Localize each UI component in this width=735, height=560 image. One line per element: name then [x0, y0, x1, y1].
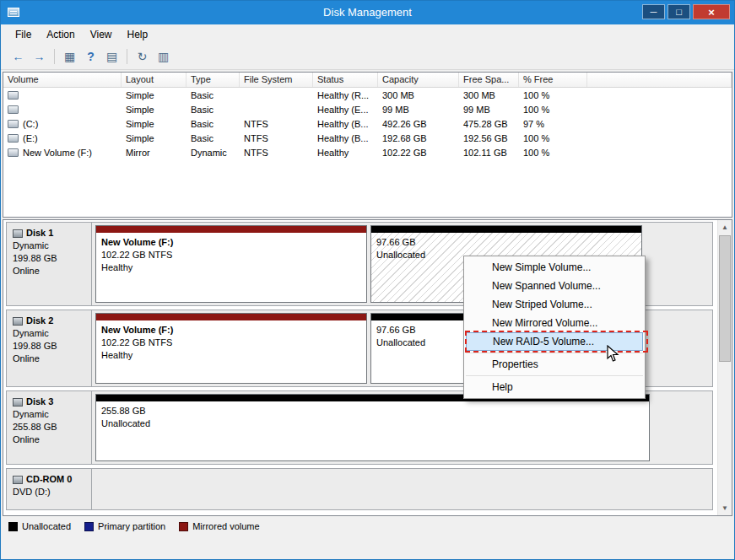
- volume-icon: [8, 105, 19, 114]
- disk-2-label[interactable]: Disk 2 Dynamic 199.88 GB Online: [7, 310, 92, 386]
- disk-name: Disk 3: [26, 396, 53, 408]
- table-row[interactable]: (E:) Simple Basic NTFS Healthy (B... 192…: [3, 131, 732, 145]
- menu-help[interactable]: Help: [120, 26, 156, 43]
- primary-partition-swatch: [84, 522, 94, 531]
- help-icon[interactable]: ?: [80, 46, 101, 67]
- menu-item-new-mirrored-volume[interactable]: New Mirrored Volume...: [464, 314, 645, 332]
- menu-action[interactable]: Action: [39, 26, 82, 43]
- disk-size: 199.88 GB: [13, 340, 89, 353]
- disk-3-label[interactable]: Disk 3 Dynamic 255.88 GB Online: [7, 391, 92, 464]
- minimize-button[interactable]: ─: [642, 4, 665, 19]
- table-row[interactable]: (C:) Simple Basic NTFS Healthy (B... 492…: [3, 116, 732, 131]
- menu-item-new-spanned-volume[interactable]: New Spanned Volume...: [464, 277, 645, 295]
- menu-view[interactable]: View: [83, 26, 120, 43]
- menu-separator: [466, 353, 643, 353]
- close-button[interactable]: ×: [693, 4, 730, 19]
- toolbar-separator: [54, 49, 55, 64]
- volume-icon: [8, 148, 19, 157]
- window-controls: ─ □ ×: [642, 4, 730, 19]
- menu-bar: File Action View Help: [1, 24, 734, 44]
- disk-type: Dynamic: [13, 240, 89, 252]
- column-pct-free[interactable]: % Free: [519, 73, 587, 87]
- region-new-volume-f[interactable]: New Volume (F:) 102.22 GB NTFS Healthy: [95, 225, 367, 303]
- disk-status: Online: [13, 265, 89, 277]
- rescan-disks-icon[interactable]: ▥: [153, 46, 174, 67]
- region-unallocated[interactable]: 255.88 GB Unallocated: [95, 394, 650, 461]
- refresh-icon[interactable]: ↻: [132, 46, 153, 67]
- column-status[interactable]: Status: [313, 73, 378, 87]
- disk-name: Disk 1: [26, 227, 53, 240]
- column-file-system[interactable]: File System: [240, 73, 313, 87]
- volume-icon: [8, 91, 19, 100]
- scroll-up-icon[interactable]: ▲: [718, 220, 732, 234]
- menu-item-properties[interactable]: Properties: [464, 355, 645, 374]
- legend-bar: Unallocated Primary partition Mirrored v…: [3, 518, 732, 535]
- maximize-button[interactable]: □: [667, 4, 690, 19]
- mirrored-volume-bar: [96, 226, 366, 233]
- disk-size: 255.88 GB: [13, 421, 89, 433]
- column-capacity[interactable]: Capacity: [378, 73, 459, 87]
- menu-file[interactable]: File: [8, 26, 39, 43]
- disk-status: Online: [13, 353, 89, 365]
- scrollbar-thumb[interactable]: [719, 235, 731, 362]
- cdrom-icon: [13, 476, 23, 484]
- vertical-scrollbar[interactable]: ▲ ▼: [717, 220, 732, 515]
- disk-icon: [13, 398, 23, 407]
- disk-icon: [13, 229, 23, 238]
- volume-table-header: Volume Layout Type File System Status Ca…: [3, 73, 732, 88]
- disk-1-label[interactable]: Disk 1 Dynamic 199.88 GB Online: [7, 223, 92, 305]
- toolbar-separator: [127, 49, 127, 64]
- console-tree-icon[interactable]: ▦: [59, 46, 80, 67]
- menu-item-help[interactable]: Help: [464, 378, 645, 396]
- title-bar: Disk Management ─ □ ×: [1, 1, 734, 24]
- menu-separator: [466, 375, 643, 376]
- mirrored-volume-swatch: [179, 522, 188, 531]
- table-row[interactable]: Simple Basic Healthy (E... 99 MB 99 MB 1…: [3, 102, 732, 116]
- disk-row-cdrom: CD-ROM 0 DVD (D:): [6, 468, 713, 510]
- toolbar: ← → ▦ ? ▤ ↻ ▥: [1, 44, 734, 70]
- volume-list-pane: Volume Layout Type File System Status Ca…: [3, 72, 732, 218]
- column-blank: [587, 73, 732, 87]
- table-row[interactable]: New Volume (F:) Mirror Dynamic NTFS Heal…: [3, 145, 732, 159]
- legend-primary-partition: Primary partition: [84, 521, 165, 531]
- disk-type: Dynamic: [13, 327, 89, 340]
- context-menu: New Simple Volume... New Spanned Volume.…: [463, 256, 646, 399]
- disk-name: CD-ROM 0: [26, 473, 72, 486]
- window-title: Disk Management: [1, 1, 734, 24]
- column-free-space[interactable]: Free Spa...: [459, 73, 519, 87]
- column-layout[interactable]: Layout: [122, 73, 186, 87]
- disk-type: DVD (D:): [13, 486, 89, 498]
- legend-unallocated: Unallocated: [8, 521, 71, 531]
- disk-size: 199.88 GB: [13, 252, 89, 265]
- menu-item-new-simple-volume[interactable]: New Simple Volume...: [464, 258, 645, 277]
- menu-item-new-striped-volume[interactable]: New Striped Volume...: [464, 295, 645, 314]
- disk-icon: [13, 317, 23, 326]
- cdrom-area: [92, 469, 712, 509]
- volume-icon: [8, 120, 19, 128]
- disk-row-3: Disk 3 Dynamic 255.88 GB Online 255.88 G…: [6, 390, 713, 465]
- disk-3-area: 255.88 GB Unallocated: [92, 391, 712, 464]
- unallocated-bar: [371, 226, 641, 233]
- cdrom-label[interactable]: CD-ROM 0 DVD (D:): [7, 469, 92, 509]
- column-type[interactable]: Type: [186, 73, 240, 87]
- unallocated-swatch: [8, 522, 18, 531]
- disk-type: Dynamic: [13, 408, 89, 421]
- scroll-down-icon[interactable]: ▼: [718, 501, 732, 515]
- mirrored-volume-bar: [96, 314, 366, 320]
- disk-management-window: Disk Management ─ □ × File Action View H…: [0, 0, 735, 560]
- volume-icon: [8, 134, 19, 143]
- column-volume[interactable]: Volume: [3, 73, 122, 87]
- export-list-icon[interactable]: ▤: [101, 46, 122, 67]
- table-row[interactable]: Simple Basic Healthy (R... 300 MB 300 MB…: [3, 88, 732, 102]
- legend-mirrored-volume: Mirrored volume: [179, 521, 259, 531]
- menu-item-new-raid5-volume[interactable]: New RAID-5 Volume...: [466, 332, 643, 351]
- back-icon[interactable]: ←: [8, 46, 29, 67]
- disk-name: Disk 2: [26, 315, 53, 327]
- disk-status: Online: [13, 433, 89, 446]
- region-new-volume-f[interactable]: New Volume (F:) 102.22 GB NTFS Healthy: [95, 313, 367, 384]
- forward-icon[interactable]: →: [29, 46, 50, 67]
